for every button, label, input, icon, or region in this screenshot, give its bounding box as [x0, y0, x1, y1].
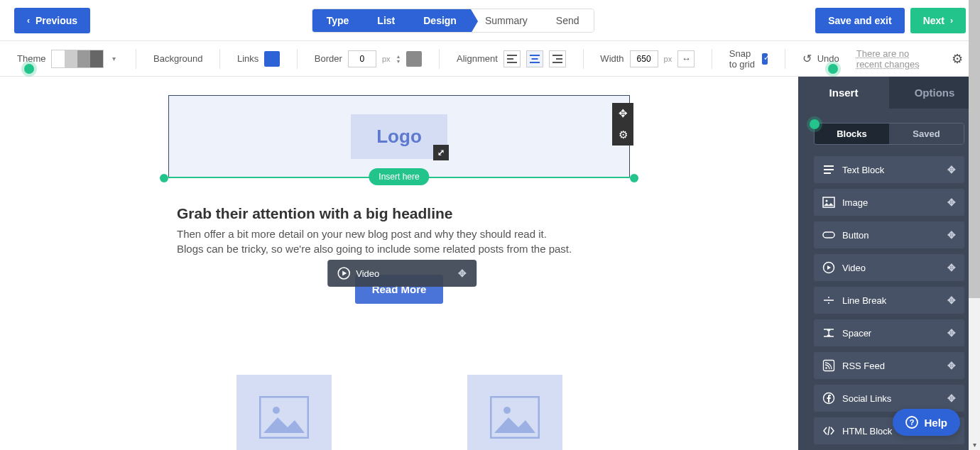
- swatch-lightgray[interactable]: [65, 50, 77, 67]
- social-icon: [822, 392, 835, 405]
- chevron-left-icon: ‹: [27, 16, 30, 26]
- svg-point-1: [273, 407, 280, 414]
- width-group: Width px ↔: [600, 50, 695, 67]
- chevron-right-icon: ›: [950, 16, 953, 26]
- width-unit: px: [664, 55, 673, 63]
- subtab-saved[interactable]: Saved: [889, 124, 964, 144]
- border-group: Border px ▲▼: [315, 50, 423, 67]
- onboarding-pulse-icon[interactable]: [810, 119, 820, 129]
- onboarding-pulse-icon[interactable]: [828, 64, 838, 74]
- tab-insert[interactable]: Insert: [798, 77, 889, 109]
- separator: [136, 49, 136, 69]
- links-color-picker[interactable]: [264, 51, 280, 67]
- save-exit-button[interactable]: Save and exit: [815, 8, 905, 33]
- swatch-gray[interactable]: [77, 50, 90, 67]
- headline-block[interactable]: Grab their attention with a big headline…: [168, 205, 630, 256]
- insert-here-pill[interactable]: Insert here: [369, 168, 429, 185]
- block-item-label: Social Links: [842, 393, 891, 404]
- block-item-label: Text Block: [842, 165, 884, 175]
- border-label: Border: [315, 53, 342, 64]
- rss-icon: [822, 359, 835, 372]
- recent-changes-link[interactable]: There are no recent changes: [856, 48, 922, 70]
- spacer-icon: [822, 326, 835, 339]
- svg-rect-9: [824, 361, 834, 371]
- align-center-button[interactable]: [526, 50, 543, 67]
- align-right-button[interactable]: [549, 50, 566, 67]
- step-send[interactable]: Send: [542, 9, 594, 32]
- theme-label: Theme: [17, 53, 45, 64]
- tab-options[interactable]: Options: [889, 77, 980, 109]
- settings-gear-icon[interactable]: ⚙: [952, 51, 963, 67]
- scroll-down-arrow-icon[interactable]: ▾: [969, 439, 980, 450]
- block-item-social[interactable]: Social Links✥: [814, 385, 964, 412]
- selected-logo-block[interactable]: Logo ⤢ ✥ ⚙: [168, 95, 630, 177]
- video-icon: [822, 261, 835, 274]
- block-item-button[interactable]: Button✥: [814, 221, 964, 248]
- block-item-rss[interactable]: RSS Feed✥: [814, 352, 964, 379]
- width-input[interactable]: [630, 50, 658, 67]
- separator: [712, 49, 712, 69]
- align-left-button[interactable]: [503, 50, 521, 67]
- logo-text: Logo: [376, 126, 422, 147]
- block-settings-icon[interactable]: ⚙: [612, 124, 633, 146]
- block-item-label: Image: [842, 197, 868, 208]
- expand-width-button[interactable]: ↔: [677, 50, 695, 67]
- body-line-1: Then offer a bit more detail on your new…: [177, 226, 621, 241]
- separator: [219, 49, 220, 69]
- border-color-picker[interactable]: [406, 51, 422, 67]
- separator: [785, 49, 785, 69]
- insert-handle-right-icon[interactable]: [630, 174, 638, 182]
- block-item-label: Line Break: [842, 295, 886, 306]
- logo-placeholder[interactable]: Logo ⤢: [351, 114, 447, 159]
- drag-handle-icon: ✥: [947, 164, 956, 175]
- drag-handle-icon: ✥: [947, 295, 956, 306]
- insert-drop-line[interactable]: Insert here: [168, 177, 630, 178]
- image-placeholder[interactable]: [467, 375, 562, 450]
- previous-button[interactable]: ‹ Previous: [14, 8, 90, 33]
- background-group[interactable]: Background: [153, 53, 202, 64]
- background-label: Background: [153, 53, 202, 64]
- subtab-blocks[interactable]: Blocks: [815, 124, 889, 144]
- theme-swatches[interactable]: [51, 50, 104, 68]
- step-summary[interactable]: Summary: [471, 9, 542, 32]
- sidebar-subtabs: Blocks Saved: [814, 123, 964, 145]
- block-item-linebreak[interactable]: Line Break✥: [814, 287, 964, 314]
- next-button[interactable]: Next ›: [910, 8, 966, 33]
- block-item-text[interactable]: Text Block✥: [814, 156, 964, 183]
- image-placeholder[interactable]: [236, 375, 332, 450]
- block-item-spacer[interactable]: Spacer✥: [814, 319, 964, 346]
- drag-ghost-video[interactable]: Video ✥: [327, 260, 477, 287]
- separator: [439, 49, 440, 69]
- block-item-label: Button: [842, 230, 869, 241]
- scrollbar-thumb[interactable]: [969, 0, 980, 298]
- step-type[interactable]: Type: [312, 9, 364, 32]
- canvas-area[interactable]: Logo ⤢ ✥ ⚙ Insert here Grab their attent…: [0, 77, 798, 450]
- help-button[interactable]: ? Help: [893, 409, 960, 436]
- vertical-scrollbar[interactable]: ▾: [969, 0, 980, 450]
- border-spinner[interactable]: ▲▼: [396, 54, 401, 64]
- alignment-label: Alignment: [457, 53, 498, 64]
- swatch-white[interactable]: [52, 50, 65, 67]
- drag-handle-icon: ✥: [947, 229, 956, 241]
- svg-point-6: [826, 200, 828, 202]
- border-width-input[interactable]: [348, 50, 376, 67]
- help-circle-icon: ?: [905, 416, 918, 429]
- snap-checkbox[interactable]: [762, 53, 768, 65]
- resize-handle-icon[interactable]: ⤢: [433, 145, 449, 160]
- step-design[interactable]: Design: [409, 9, 471, 32]
- top-bar: ‹ Previous Type List Design Summary Send…: [0, 0, 980, 41]
- alignment-group: Alignment: [457, 50, 566, 67]
- snap-label: Snap to grid: [729, 48, 756, 70]
- block-item-video[interactable]: Video✥: [814, 254, 964, 281]
- undo-label: Undo: [817, 53, 839, 64]
- onboarding-pulse-icon[interactable]: [24, 64, 34, 74]
- body-line-2: Blogs can be tricky, so we're also going…: [177, 241, 621, 256]
- arrows-horizontal-icon: ↔: [682, 53, 691, 64]
- insert-handle-left-icon[interactable]: [160, 174, 168, 182]
- block-item-image[interactable]: Image✥: [814, 189, 964, 216]
- swatch-darkgray[interactable]: [90, 50, 103, 67]
- move-block-icon[interactable]: ✥: [612, 103, 633, 124]
- design-toolbar: Theme ▾ Background Links Border px ▲▼ Al…: [0, 41, 980, 77]
- block-list: Text Block✥Image✥Button✥Video✥Line Break…: [798, 153, 980, 447]
- theme-dropdown-caret-icon[interactable]: ▾: [109, 55, 119, 62]
